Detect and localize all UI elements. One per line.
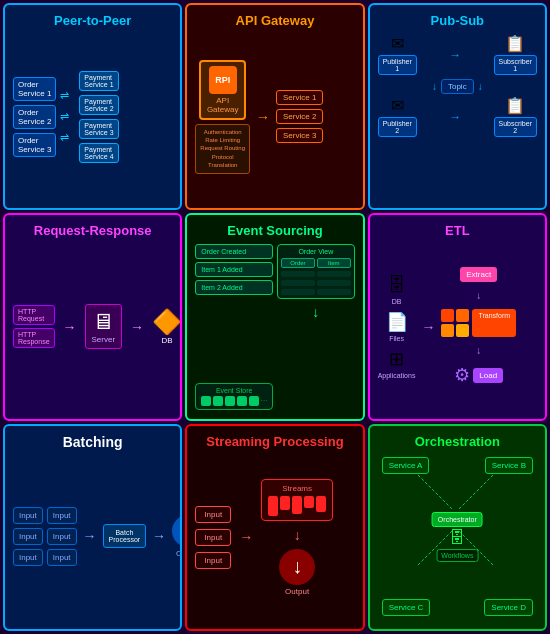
subscriber2-icon: 📋	[505, 96, 525, 115]
pubsub-bottom-row: ✉ Publisher2 → 📋 Subscriber2	[378, 96, 537, 137]
reqres-arrow: →	[63, 319, 77, 335]
etl-sources: 🗄 DB 📄 Files ⊞ Applications	[378, 275, 416, 379]
event-store-blocks: ···	[199, 396, 269, 406]
etl-title: ETL	[378, 223, 537, 238]
orch-content: Service A Service B Service C Service D …	[378, 455, 537, 620]
pub-arrow-2: →	[449, 110, 461, 124]
batching-content: Input Input Input Input Input Input → Ba…	[13, 456, 172, 617]
subscriber-2: Subscriber2	[494, 117, 537, 137]
event-left: Order Created Item 1 Added Item 2 Added …	[195, 244, 273, 409]
ov-data-3	[281, 280, 315, 286]
item2-added-box: Item 2 Added	[195, 280, 273, 295]
stream-input-2: Input	[195, 529, 231, 546]
streaming-title: Streaming Processing	[195, 434, 354, 449]
stream-arrow-in: →	[239, 529, 253, 545]
server-box: 🖥 Server	[85, 304, 123, 349]
db-label: DB	[162, 336, 173, 345]
item1-added-box: Item 1 Added	[195, 262, 273, 277]
pubsub-top-row: ✉ Publisher1 → 📋 Subscriber1	[378, 34, 537, 75]
subscriber-1: Subscriber1	[494, 55, 537, 75]
input-1: Input	[13, 507, 43, 524]
svg-line-1	[458, 475, 493, 510]
stream-bar-4	[304, 496, 314, 508]
stream-bar-2	[280, 496, 290, 510]
tg-3	[441, 324, 454, 337]
orch-db-icon: 🗄	[449, 529, 465, 547]
stream-input-1: Input	[195, 506, 231, 523]
input-4: Input	[47, 528, 77, 545]
reqres-title: Request-Response	[13, 223, 172, 238]
streams-label: Streams	[268, 484, 326, 493]
event-store: Event Store ···	[195, 383, 273, 410]
tg-2	[456, 309, 469, 322]
transform-row: Transform	[441, 309, 516, 337]
files-icon: 📄	[386, 311, 408, 333]
rpi-icon: RPI	[209, 66, 237, 94]
stream-right: Streams ↓ ↓ Output	[261, 479, 333, 596]
db-label: DB	[392, 298, 402, 305]
order-services: OrderService 1 OrderService 2 OrderServi…	[13, 77, 56, 157]
order-view-box: Order View Order Item	[277, 244, 355, 299]
db-section: 🔶 DB	[152, 308, 182, 345]
batch-arrow: →	[83, 528, 97, 544]
server-label: Server	[92, 335, 116, 344]
event-store-label: Event Store	[199, 387, 269, 394]
arrow-icon-2: ⇌	[60, 110, 69, 123]
batching-cell: Batching Input Input Input Input Input I…	[3, 424, 182, 631]
ov-order-header: Order	[281, 258, 315, 268]
event-sourcing-cell: Event Sourcing Order Created Item 1 Adde…	[185, 213, 364, 420]
stream-output-circle: ↓	[279, 549, 315, 585]
order-service-1: OrderService 1	[13, 77, 56, 101]
streaming-cell: Streaming Processing Input Input Input →…	[185, 424, 364, 631]
service-d-box: Service D	[484, 599, 533, 616]
peer-to-peer-cell: Peer-to-Peer OrderService 1 OrderService…	[3, 3, 182, 210]
input-3: Input	[13, 528, 43, 545]
order-service-2: OrderService 2	[13, 105, 56, 129]
db-source: 🗄 DB	[388, 275, 406, 305]
stream-input-3: Input	[195, 552, 231, 569]
output-arrow: →	[152, 528, 166, 544]
api-gateway-box: RPI APIGateway	[199, 60, 247, 120]
publisher1-icon: ✉	[391, 34, 404, 53]
apps-label: Applications	[378, 372, 416, 379]
etl-steps: Extract ↓ Transform ↓ ⚙ Load	[441, 267, 516, 386]
apps-icon: ⊞	[389, 348, 404, 370]
peer-title: Peer-to-Peer	[13, 13, 172, 28]
transform-grid	[441, 309, 469, 337]
ov-data-4	[317, 280, 351, 286]
batching-title: Batching	[13, 434, 172, 450]
workflows-box: Workflows	[436, 549, 478, 562]
etl-content: 🗄 DB 📄 Files ⊞ Applications → Extract ↓	[378, 244, 537, 409]
streams-box: Streams	[261, 479, 333, 521]
event-arrow-down: ↓	[277, 303, 355, 321]
api-service-2: Service 2	[276, 109, 323, 124]
orchestrator-box: Orchestrator	[432, 512, 483, 527]
order-view-grid: Order Item	[281, 258, 351, 295]
stream-arrow-out: ↓	[294, 527, 301, 543]
service-c-box: Service C	[382, 599, 431, 616]
request-response-cell: Request-Response HTTPRequest HTTPRespons…	[3, 213, 182, 420]
payment-service-1: PaymentService 1	[79, 71, 118, 91]
event-ellipsis: ···	[261, 396, 268, 406]
api-gateway-cell: API Gateway RPI APIGateway Authenticatio…	[185, 3, 364, 210]
files-label: Files	[389, 335, 404, 342]
order-created-box: Order Created	[195, 244, 273, 259]
input-6: Input	[47, 549, 77, 566]
extract-box: Extract	[460, 267, 497, 282]
db-icon: 🔶	[152, 308, 182, 336]
event-block-3	[225, 396, 235, 406]
order-view-title: Order View	[281, 248, 351, 255]
eventsrc-title: Event Sourcing	[195, 223, 354, 238]
topic-box: Topic	[441, 79, 474, 94]
payment-service-3: PaymentService 3	[79, 119, 118, 139]
subscriber1-icon: 📋	[505, 34, 525, 53]
stream-bar-3	[292, 496, 302, 514]
publisher2-icon: ✉	[391, 96, 404, 115]
api-content: RPI APIGateway AuthenticationRate Limiti…	[195, 34, 354, 199]
server-icon: 🖥	[92, 309, 116, 335]
pubsub-title: Pub-Sub	[378, 13, 537, 28]
event-block-5	[249, 396, 259, 406]
api-title: API Gateway	[195, 13, 354, 28]
tg-1	[441, 309, 454, 322]
http-labels: HTTPRequest HTTPResponse	[13, 305, 55, 348]
